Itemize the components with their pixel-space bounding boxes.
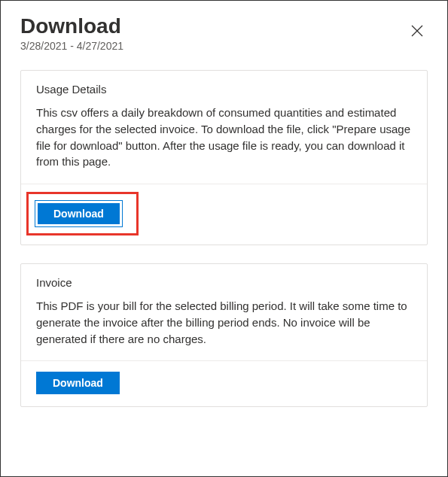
usage-card-description: This csv offers a daily breakdown of con…: [36, 105, 412, 170]
invoice-card: Invoice This PDF is your bill for the se…: [20, 263, 428, 407]
usage-details-card: Usage Details This csv offers a daily br…: [20, 70, 428, 245]
invoice-card-footer: Download: [21, 360, 427, 406]
highlight-box: Download: [26, 192, 139, 235]
panel-header: Download 3/28/2021 - 4/27/2021: [20, 14, 428, 52]
usage-download-button[interactable]: Download: [36, 202, 121, 226]
close-icon: [411, 25, 423, 37]
close-button[interactable]: [407, 20, 428, 45]
date-range: 3/28/2021 - 4/27/2021: [20, 40, 123, 52]
invoice-card-title: Invoice: [36, 276, 412, 289]
header-text: Download 3/28/2021 - 4/27/2021: [20, 14, 123, 52]
download-panel: Download 3/28/2021 - 4/27/2021 Usage Det…: [1, 1, 447, 445]
usage-card-footer: Download: [21, 184, 427, 245]
panel-title: Download: [20, 14, 123, 38]
invoice-download-button[interactable]: Download: [36, 372, 120, 394]
usage-card-title: Usage Details: [36, 83, 412, 96]
invoice-card-description: This PDF is your bill for the selected b…: [36, 298, 412, 347]
usage-card-body: Usage Details This csv offers a daily br…: [21, 71, 427, 184]
invoice-card-body: Invoice This PDF is your bill for the se…: [21, 264, 427, 360]
